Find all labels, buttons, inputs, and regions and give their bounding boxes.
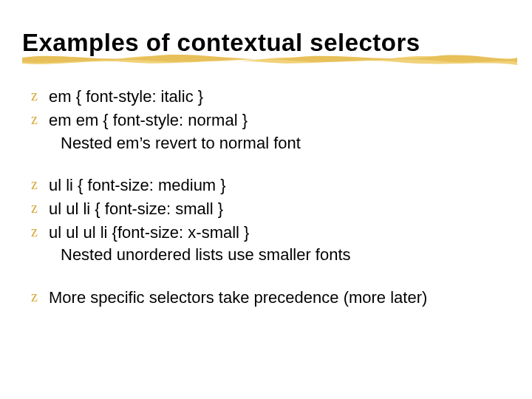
bullet-text: em em { font-style: normal } xyxy=(49,109,510,132)
bullet-subtext: Nested unordered lists use smaller fonts xyxy=(31,244,510,266)
bullet-text: ul ul li { font-size: small } xyxy=(49,198,510,220)
bullet-item: z ul ul li { font-size: small } xyxy=(31,198,510,220)
bullet-icon: z xyxy=(31,222,44,242)
bullet-group-3: z More specific selectors take precedenc… xyxy=(31,287,510,309)
bullet-icon: z xyxy=(31,174,44,194)
bullet-text: ul li { font-size: medium } xyxy=(49,174,510,197)
bullet-subtext: Nested em’s revert to normal font xyxy=(31,132,510,154)
bullet-icon: z xyxy=(31,198,44,218)
bullet-icon: z xyxy=(31,109,44,129)
bullet-icon: z xyxy=(31,86,44,106)
bullet-group-2: z ul li { font-size: medium } z ul ul li… xyxy=(31,174,510,266)
slide-title: Examples of contextual selectors xyxy=(22,30,510,56)
bullet-item: z em { font-style: italic } xyxy=(31,86,510,108)
slide-content: z em { font-style: italic } z em em { fo… xyxy=(22,86,510,309)
bullet-text: More specific selectors take precedence … xyxy=(49,287,510,309)
bullet-text: ul ul ul li {font-size: x-small } xyxy=(49,222,510,244)
bullet-icon: z xyxy=(31,287,44,307)
bullet-item: z ul li { font-size: medium } xyxy=(31,174,510,197)
bullet-text: em { font-style: italic } xyxy=(49,86,510,108)
bullet-item: z More specific selectors take precedenc… xyxy=(31,287,510,309)
title-wrap: Examples of contextual selectors xyxy=(22,30,510,56)
bullet-group-1: z em { font-style: italic } z em em { fo… xyxy=(31,86,510,154)
bullet-item: z em em { font-style: normal } xyxy=(31,109,510,132)
bullet-item: z ul ul ul li {font-size: x-small } xyxy=(31,222,510,244)
slide: Examples of contextual selectors z em { … xyxy=(0,0,532,352)
